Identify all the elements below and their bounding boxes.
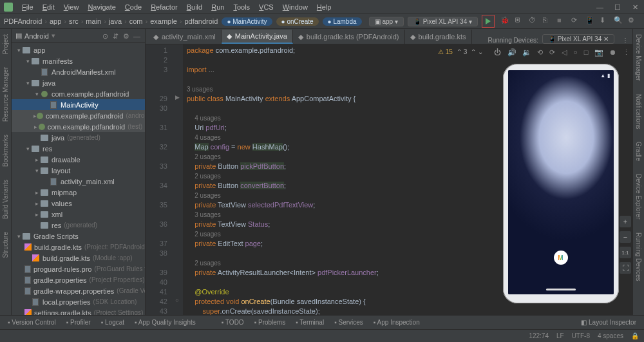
breadcrumb[interactable]: PDFAndroid [4,17,42,25]
editor-tab[interactable]: ◆build.gradle.kts (PDFAndroid) [293,30,405,44]
tool-resource-manager[interactable]: Resource Manager [2,64,9,124]
home-icon[interactable]: ○ [573,48,578,57]
tree-node[interactable]: AndroidManifest.xml [12,66,145,77]
menu-navigate[interactable]: Navigate [84,2,119,12]
breadcrumb-tag[interactable]: ● MainActivity [222,17,272,26]
select-opened-icon[interactable]: ⊙ [102,32,110,40]
breadcrumb[interactable]: com [129,17,143,25]
tree-node[interactable]: gradle.properties(Project Properties) [12,274,145,285]
screenshot-icon[interactable]: 📷 [594,48,603,57]
code-editor[interactable]: ⚠ 15 ⌃ 3 ⌃ ⌄ package com.example.pdfandr… [183,44,488,315]
caret-position[interactable]: 122:74 [529,332,549,339]
run-button[interactable] [482,15,495,28]
tool-device-manager[interactable]: Device Manager [635,32,642,84]
settings-icon[interactable]: ⚙ [628,16,638,26]
tree-node[interactable]: local.properties(SDK Location) [12,296,145,307]
tool-logcat[interactable]: ▪ Logcat [97,319,128,326]
tree-node[interactable]: MainActivity [12,99,145,110]
zoom-in-icon[interactable]: + [620,216,631,227]
nav-pill[interactable] [546,289,576,290]
tree-node[interactable]: ▸mipmap [12,187,145,198]
project-view-selector[interactable]: Android [24,32,49,40]
project-tree[interactable]: ▾app▾manifestsAndroidManifest.xml▾java▾c… [12,43,145,315]
layout-inspector[interactable]: ◧ Layout Inspector [577,319,640,326]
volume-down-icon[interactable]: 🔉 [522,48,531,57]
tree-node[interactable]: ▾manifests [12,55,145,66]
tool-device-explorer[interactable]: Device Explorer [635,171,642,222]
menu-refactor[interactable]: Refactor [147,2,182,12]
zoom-fit-icon[interactable]: 1:1 [620,247,631,258]
expand-icon[interactable]: ⇵ [113,32,120,40]
rotate-right-icon[interactable]: ⟳ [549,48,555,57]
readonly-icon[interactable]: 🔒 [631,332,639,339]
menu-tools[interactable]: Tools [229,2,254,12]
tool-todo[interactable]: ▪ TODO [218,319,248,326]
tool-app-inspection[interactable]: ▪ App Inspection [370,319,424,326]
debug-icon[interactable]: 🐞 [500,16,511,26]
sync-icon[interactable]: ⟳ [571,16,582,26]
tree-node[interactable]: ▾app [12,44,145,55]
editor-tab[interactable]: ◆activity_main.xml [148,30,222,44]
editor-tab[interactable]: ◆build.gradle.kts [405,30,472,44]
menu-file[interactable]: File [18,2,37,12]
attach-debugger-icon[interactable]: ⎘ [543,16,553,26]
encoding[interactable]: UTF-8 [572,332,590,339]
tool-problems[interactable]: ▪ Problems [251,319,290,326]
zoom-out-icon[interactable]: − [620,231,631,243]
breadcrumb[interactable]: java [109,17,122,25]
more-icon[interactable]: ⋮ [623,48,630,57]
profile-icon[interactable]: ⏱ [529,16,539,26]
breadcrumb[interactable]: pdfandroid [184,17,218,25]
menu-code[interactable]: Code [121,2,146,12]
maximize-icon[interactable]: ☐ [614,3,622,11]
tree-node[interactable]: ▸xml [12,209,145,220]
tree-node[interactable]: ▸drawable [12,154,145,165]
breadcrumb-tag[interactable]: ● onCreate [276,17,319,26]
tree-node[interactable]: ▾res [12,143,145,154]
tool-profiler[interactable]: ▪ Profiler [62,319,95,326]
tree-node[interactable]: gradle-wrapper.properties(Gradle Version… [12,285,145,296]
tool-project[interactable]: Project [2,32,9,57]
running-device[interactable]: 📱 Pixel XL API 34 ✕ [542,34,614,44]
close-icon[interactable]: ✕ [632,3,640,11]
menu-edit[interactable]: Edit [39,2,59,12]
indent[interactable]: 4 spaces [598,332,623,339]
rotate-left-icon[interactable]: ⟲ [537,48,543,57]
tool-structure[interactable]: Structure [2,229,9,261]
tree-node[interactable]: ▸com.example.pdfandroid(androidTest) [12,110,145,121]
tree-node[interactable]: ▾Gradle Scripts [12,231,145,242]
tree-node[interactable]: java(generated) [12,132,145,143]
tool-running-devices[interactable]: Running Devices [635,230,642,284]
search-icon[interactable]: 🔍 [614,16,624,26]
run-config-selector[interactable]: ▣ app ▾ [369,17,404,26]
breadcrumb-tag[interactable]: ● Lambda [323,17,362,26]
tool-version-control[interactable]: ▪ Version Control [4,319,60,326]
minimize-icon[interactable]: ― [596,3,604,11]
breadcrumb[interactable]: main [86,17,101,25]
tree-node[interactable]: build.gradle.kts(Project: PDFAndroid) [12,242,145,252]
tool-notifications[interactable]: Notifications [635,91,642,131]
line-ending[interactable]: LF [556,332,564,339]
breadcrumb[interactable]: app [50,17,61,25]
tool-build-variants[interactable]: Build Variants [2,177,9,222]
tool-app-quality-insights[interactable]: ▪ App Quality Insights [131,319,200,326]
inspection-widget[interactable]: ⚠ 15 ⌃ 3 ⌃ ⌄ [438,47,483,57]
tree-node[interactable]: activity_main.xml [12,176,145,187]
tree-node[interactable]: build.gradle.kts(Module :app) [12,252,145,263]
tool-bookmarks[interactable]: Bookmarks [2,132,9,169]
menu-vcs[interactable]: VCS [255,2,278,12]
tree-node[interactable]: ▸com.example.pdfandroid(test) [12,121,145,132]
overview-icon[interactable]: □ [584,48,589,57]
back-icon[interactable]: ◁ [562,48,567,57]
menu-run[interactable]: Run [207,2,228,12]
tree-node[interactable]: ▾layout [12,165,145,176]
menu-help[interactable]: Help [313,2,336,12]
tree-node[interactable]: ▾com.example.pdfandroid [12,88,145,99]
hide-icon[interactable]: ― [133,32,141,40]
sdk-icon[interactable]: ⬇ [600,16,610,26]
stop-icon[interactable]: ■ [557,16,567,26]
breadcrumb[interactable]: example [150,17,177,25]
gmail-icon[interactable]: M [554,251,568,265]
menu-view[interactable]: View [60,2,83,12]
coverage-icon[interactable]: ⛨ [515,16,525,26]
